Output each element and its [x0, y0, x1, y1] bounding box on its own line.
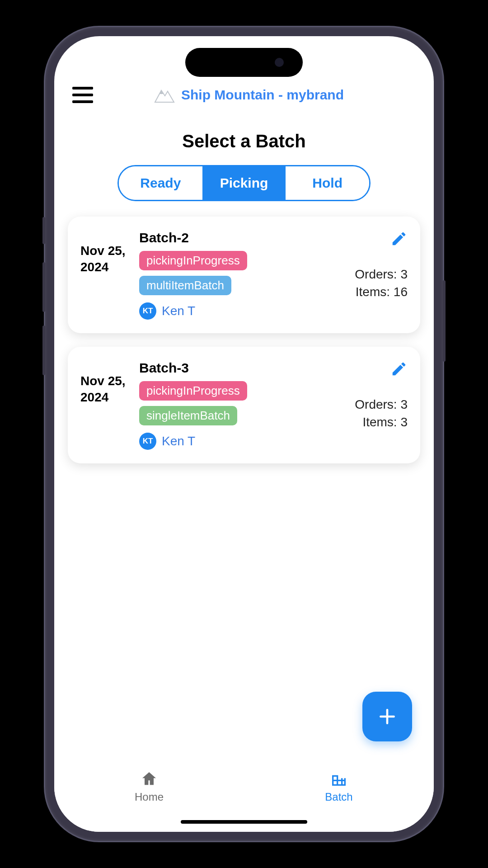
- batch-info: Batch-2 pickingInProgress multiItemBatch…: [139, 230, 346, 320]
- batch-meta: Orders: 3 Items: 3: [355, 360, 408, 431]
- nav-home-label: Home: [135, 791, 164, 803]
- tab-ready[interactable]: Ready: [119, 166, 202, 200]
- batch-stats: Orders: 3 Items: 3: [355, 396, 408, 431]
- plus-icon: [377, 707, 397, 726]
- app-screen: Ship Mountain - mybrand Select a Batch R…: [54, 36, 434, 832]
- assignee: KT Ken T: [139, 302, 346, 320]
- assignee-name: Ken T: [162, 304, 195, 318]
- batch-info: Batch-3 pickingInProgress singleItemBatc…: [139, 360, 346, 450]
- phone-frame: Ship Mountain - mybrand Select a Batch R…: [45, 27, 443, 841]
- orders-label: Orders: [355, 267, 394, 281]
- batch-name: Batch-3: [139, 360, 346, 376]
- app-header: Ship Mountain - mybrand: [54, 72, 434, 113]
- mountain-logo-icon: [153, 86, 176, 104]
- add-batch-button[interactable]: [362, 692, 412, 741]
- nav-batch-label: Batch: [325, 791, 352, 803]
- items-value: 16: [394, 285, 408, 299]
- assignee-name: Ken T: [162, 434, 195, 448]
- batch-meta: Orders: 3 Items: 16: [355, 230, 408, 301]
- phone-side-button: [42, 217, 45, 244]
- type-tag: multiItemBatch: [139, 276, 231, 295]
- orders-value: 3: [400, 267, 408, 281]
- items-label: Items: [356, 285, 386, 299]
- batch-status-tabs: Ready Picking Hold: [117, 165, 371, 201]
- nav-home[interactable]: Home: [54, 760, 244, 814]
- page-title: Select a Batch: [54, 131, 434, 151]
- status-tag: pickingInProgress: [139, 251, 247, 270]
- phone-side-button: [443, 280, 446, 362]
- type-tag: singleItemBatch: [139, 406, 237, 425]
- menu-button[interactable]: [72, 87, 93, 103]
- items-label: Items: [362, 415, 393, 429]
- assignee: KT Ken T: [139, 433, 346, 450]
- home-icon: [140, 770, 158, 788]
- phone-side-button: [42, 262, 45, 312]
- phone-side-button: [42, 326, 45, 375]
- building-icon: [330, 770, 348, 788]
- home-indicator[interactable]: [181, 820, 307, 824]
- items-value: 3: [400, 415, 408, 429]
- batch-card[interactable]: Nov 25, 2024 Batch-2 pickingInProgress m…: [68, 217, 420, 333]
- edit-icon[interactable]: [390, 360, 408, 377]
- phone-notch: [185, 48, 303, 77]
- orders-label: Orders: [355, 397, 394, 411]
- avatar: KT: [139, 433, 156, 450]
- batch-list: Nov 25, 2024 Batch-2 pickingInProgress m…: [54, 217, 434, 463]
- batch-date: Nov 25, 2024: [80, 230, 130, 276]
- edit-icon[interactable]: [390, 230, 408, 247]
- brand: Ship Mountain - mybrand: [102, 86, 395, 104]
- status-tag: pickingInProgress: [139, 381, 247, 401]
- tab-hold[interactable]: Hold: [286, 166, 369, 200]
- orders-value: 3: [400, 397, 408, 411]
- batch-card[interactable]: Nov 25, 2024 Batch-3 pickingInProgress s…: [68, 347, 420, 463]
- brand-title: Ship Mountain - mybrand: [181, 87, 344, 103]
- batch-stats: Orders: 3 Items: 16: [355, 265, 408, 301]
- avatar: KT: [139, 302, 156, 320]
- batch-name: Batch-2: [139, 230, 346, 245]
- batch-date: Nov 25, 2024: [80, 360, 130, 406]
- nav-batch[interactable]: Batch: [244, 760, 434, 814]
- tab-picking[interactable]: Picking: [202, 166, 286, 200]
